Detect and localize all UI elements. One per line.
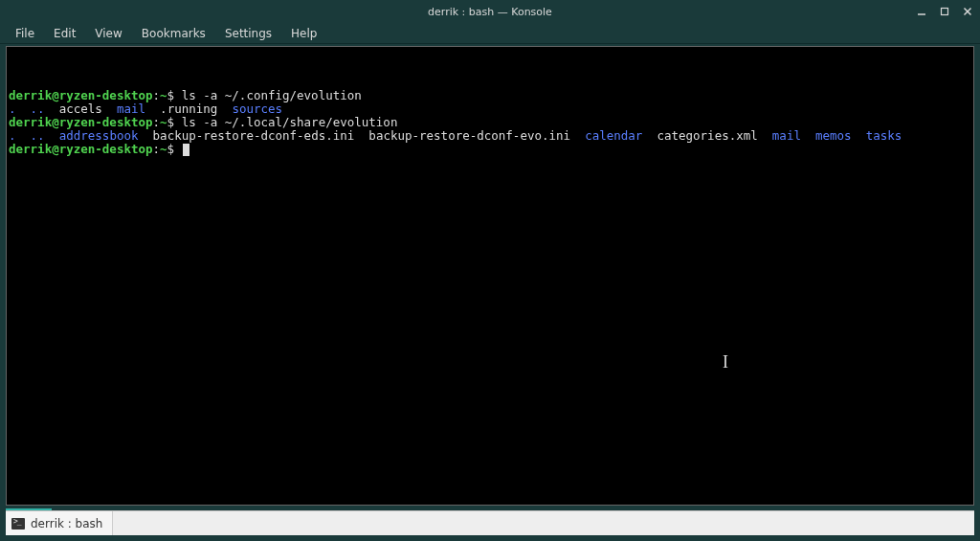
listing-entry: sources [232, 101, 282, 116]
maximize-button[interactable] [938, 5, 951, 18]
minimize-button[interactable] [915, 5, 928, 18]
listing-entry: tasks [866, 128, 902, 143]
menu-bookmarks[interactable]: Bookmarks [134, 25, 213, 42]
tab-label: derrik : bash [31, 517, 102, 530]
terminal-command-line: derrik@ryzen-desktop:~$ ls -a ~/.local/s… [9, 116, 971, 129]
listing-entry: addressbook [59, 128, 139, 143]
listing-entry: categories.xml [657, 128, 757, 143]
terminal-output-line: . .. addressbook backup-restore-dconf-ed… [9, 129, 971, 143]
text-cursor-ibeam: I [723, 355, 728, 369]
close-icon [963, 7, 972, 16]
window-title: derrik : bash — Konsole [428, 6, 552, 18]
tabbar: derrik : bash [6, 510, 974, 535]
tab-terminal[interactable]: derrik : bash [6, 511, 113, 535]
listing-entry: mail [772, 128, 801, 143]
menu-help[interactable]: Help [283, 25, 324, 42]
maximize-icon [940, 7, 949, 16]
close-button[interactable] [961, 5, 974, 18]
listing-entry: . [9, 128, 16, 143]
terminal[interactable]: I derrik@ryzen-desktop:~$ ls -a ~/.confi… [7, 47, 973, 505]
listing-entry: .. [31, 101, 45, 116]
menu-edit[interactable]: Edit [46, 25, 83, 42]
svg-rect-1 [942, 9, 948, 15]
listing-entry: mail [117, 101, 145, 116]
listing-entry: . [9, 101, 16, 116]
terminal-command-line: derrik@ryzen-desktop:~$ [9, 143, 971, 156]
menu-file[interactable]: File [8, 25, 42, 42]
listing-entry: accels [59, 101, 102, 116]
menu-view[interactable]: View [87, 25, 129, 42]
window-controls [915, 0, 974, 23]
terminal-output-line: . .. accels mail .running sources [9, 102, 971, 116]
terminal-icon [11, 518, 25, 530]
listing-entry: .running [160, 101, 217, 116]
listing-entry: backup-restore-dconf-evo.ini [368, 128, 570, 143]
minimize-icon [917, 7, 926, 16]
menu-settings[interactable]: Settings [217, 25, 279, 42]
menubar: File Edit View Bookmarks Settings Help [0, 23, 980, 44]
titlebar: derrik : bash — Konsole [0, 0, 980, 23]
listing-entry: .. [31, 128, 45, 143]
terminal-cursor [183, 144, 189, 156]
listing-entry: backup-restore-dconf-eds.ini [153, 128, 355, 143]
listing-entry: memos [815, 128, 852, 143]
terminal-viewport: I derrik@ryzen-desktop:~$ ls -a ~/.confi… [6, 46, 974, 506]
terminal-command-line: derrik@ryzen-desktop:~$ ls -a ~/.config/… [9, 89, 971, 102]
listing-entry: calendar [585, 128, 642, 143]
